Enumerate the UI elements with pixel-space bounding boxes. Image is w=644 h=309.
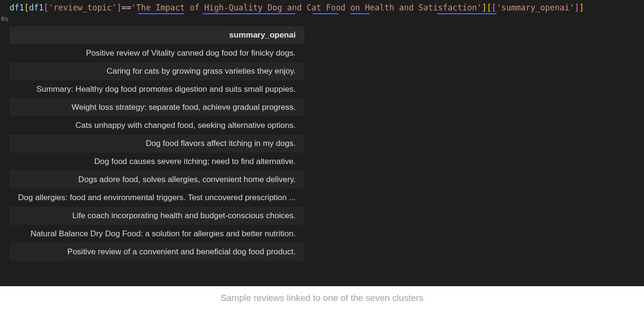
table-row: Weight loss strategy: separate food, ach… <box>10 98 304 116</box>
table-cell: Weight loss strategy: separate food, ach… <box>10 98 304 116</box>
table-cell: Dog food causes severe itching; need to … <box>10 153 304 171</box>
table-row: Cats unhappy with changed food, seeking … <box>10 116 304 135</box>
notebook-output-panel: df1[df1['review_topic']=='The Impact of … <box>0 0 644 286</box>
table-row: Dog food flavors affect itching in my do… <box>10 135 304 153</box>
code-string: 'The Impact of High-Quality Dog and Cat … <box>131 3 482 12</box>
bracket-close: ] <box>117 3 121 12</box>
execution-time: 0s <box>0 15 644 23</box>
table-cell: Positive review of a convenient and bene… <box>10 243 304 261</box>
table-row: Positive review of Vitality canned dog f… <box>10 44 304 62</box>
bracket-close: ] <box>482 3 487 12</box>
table-row: Summary: Healthy dog food promotes diges… <box>10 80 304 98</box>
code-cell[interactable]: df1[df1['review_topic']=='The Impact of … <box>0 0 644 15</box>
bracket-close: ] <box>579 3 584 12</box>
figure-caption: Sample reviews linked to one of the seve… <box>0 286 644 303</box>
table-row: Dog allergies: food and environmental tr… <box>10 189 304 207</box>
bracket-close: ] <box>575 3 579 12</box>
dataframe-table: summary_openai Positive review of Vitali… <box>10 26 304 261</box>
table-cell: Cats unhappy with changed food, seeking … <box>10 116 304 135</box>
table-cell: Life coach incorporating health and budg… <box>10 207 304 225</box>
table-row: Dog food causes severe itching; need to … <box>10 153 304 171</box>
table-cell: Dog food flavors affect itching in my do… <box>10 135 304 153</box>
code-string: 'summary_openai' <box>497 3 575 12</box>
table-cell: Positive review of Vitality canned dog f… <box>10 44 304 62</box>
cell-output: summary_openai Positive review of Vitali… <box>0 23 644 261</box>
table-row: Caring for cats by growing grass varieti… <box>10 62 304 80</box>
table-cell: Caring for cats by growing grass varieti… <box>10 62 304 80</box>
table-cell: Summary: Healthy dog food promotes diges… <box>10 80 304 98</box>
code-variable: df1 <box>29 3 44 12</box>
bracket-open: [ <box>487 3 491 12</box>
table-row: Life coach incorporating health and budg… <box>10 207 304 225</box>
code-variable: df1 <box>10 3 24 12</box>
table-row: Natural Balance Dry Dog Food: a solution… <box>10 225 304 243</box>
code-string: 'review_topic' <box>49 3 117 12</box>
table-row: Dogs adore food, solves allergies, conve… <box>10 171 304 189</box>
table-cell: Natural Balance Dry Dog Food: a solution… <box>10 225 304 243</box>
table-cell: Dogs adore food, solves allergies, conve… <box>10 171 304 189</box>
bracket-open: [ <box>24 3 29 12</box>
bracket-open: [ <box>44 3 49 12</box>
table-row: Positive review of a convenient and bene… <box>10 243 304 261</box>
column-header-summary: summary_openai <box>10 26 304 44</box>
table-cell: Dog allergies: food and environmental tr… <box>10 189 304 207</box>
code-operator: == <box>122 3 131 12</box>
bracket-open: [ <box>491 3 496 12</box>
